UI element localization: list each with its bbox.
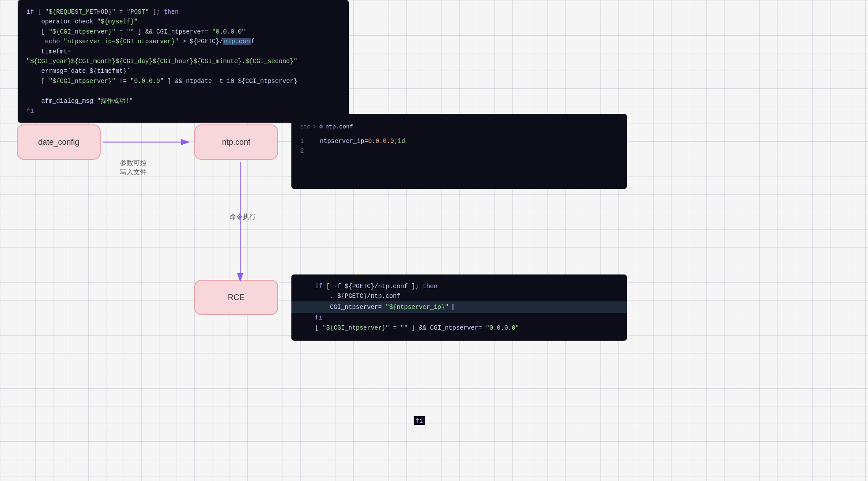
code-line-1: if [ "${REQUEST_METHOD}" = "POST" ]; the… [26,7,340,17]
node-date-config: date_config [17,124,101,160]
code-line-6: errmsg=`date ${timefmt}` [26,66,340,76]
node-rce: RCE [194,280,278,315]
code-line-5: timefmt= "${CGI_year}${CGI_month}${CGI_d… [26,47,340,67]
top-code-block: if [ "${REQUEST_METHOD}" = "POST" ]; the… [18,0,349,123]
arrow-date-to-ntp [101,135,196,157]
ntp-conf-viewer: etc > ⚙ ntp.conf 1 ntpserver_ip=0.0.0.0;… [291,114,627,189]
label-params: 参数可控 写入文件 [120,158,147,177]
bottom-code-line-5: [ "${CGI_ntpserver}" = "" ] && CGI_ntpse… [300,323,618,333]
node-ntp-conf: ntp.conf [194,124,278,160]
code-line-conf-1: 1 ntpserver_ip=0.0.0.0;id [300,136,618,146]
breadcrumb-separator: > [313,123,317,132]
bottom-code-line-1: if [ -f ${PGETC}/ntp.conf ]; then [300,282,618,291]
fi-text: fi [414,416,425,425]
code-line-9: afm_dialog_msg "操作成功!" [26,96,340,106]
file-breadcrumb: etc > ⚙ ntp.conf [300,121,618,136]
code-line-7: [ "${CGI_ntpserver}" != "0.0.0.0" ] && n… [26,76,340,86]
folder-name: etc [300,123,310,132]
label-cmd: 命令执行 [230,212,256,221]
code-line-8 [26,86,340,96]
arrow-ntp-to-rce [233,160,255,288]
bottom-code-line-3: CGI_ntpserver= "${ntpserver_ip}" [291,301,627,313]
code-line-4: echo "ntpserver_ip=${CGI_ntpserver}" > $… [26,37,340,46]
node-rce-label: RCE [228,293,245,302]
code-line-3: [ "${CGI_ntpserver}" = "" ] && CGI_ntpse… [26,27,340,37]
code-line-2: operator_check "${myself}" [26,17,340,26]
bottom-code-block: if [ -f ${PGETC}/ntp.conf ]; then . ${PG… [291,274,627,341]
code-line-conf-2: 2 [300,146,618,156]
gear-icon: ⚙ [319,123,323,132]
conf-filename: ntp.conf [325,123,353,132]
node-date-config-label: date_config [38,138,79,147]
bottom-code-line-2: . ${PGETC}/ntp.conf [300,291,618,301]
bottom-code-line-4: fi [300,313,618,323]
node-ntp-conf-label: ntp.conf [222,138,250,147]
